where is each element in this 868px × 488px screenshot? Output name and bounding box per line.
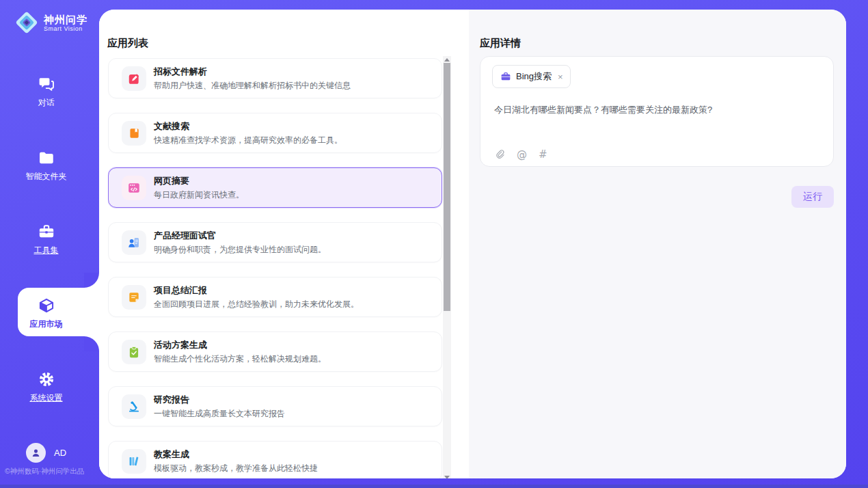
scroll-down-arrow[interactable] <box>444 476 450 478</box>
sidebar-item-chat[interactable]: 对话 <box>0 75 92 109</box>
briefcase-tool-icon <box>500 71 511 82</box>
app-list-pane: 应用列表 招标文件解析 帮助用户快速、准确地理解和解析招标书中的关键信息 文献搜… <box>99 10 469 478</box>
avatar <box>26 443 46 463</box>
user-account[interactable]: AD <box>26 443 66 463</box>
briefcase-icon <box>38 223 55 241</box>
app-name: 教案生成 <box>154 448 189 461</box>
copyright-text: ©神州数码·神州问学出品 <box>5 467 84 476</box>
app-description: 帮助用户快速、准确地理解和解析招标书中的关键信息 <box>154 80 351 92</box>
research-icon <box>122 394 146 419</box>
gear-icon <box>38 370 55 388</box>
books-icon <box>122 449 146 474</box>
user-initials: AD <box>54 448 66 458</box>
run-button[interactable]: 运行 <box>791 186 834 208</box>
sidebar-item-settings[interactable]: 系统设置 <box>0 370 92 404</box>
app-description: 每日政府新闻资讯快查。 <box>154 189 244 201</box>
app-list-item[interactable]: 产品经理面试官 明确身份和职责，为您提供专业性的面试问题。 <box>108 222 442 262</box>
diamond-logo-icon <box>15 11 38 34</box>
sidebar-item-label: 智能文件夹 <box>0 171 92 182</box>
app-list-item[interactable]: 研究报告 一键智能生成高质量长文本研究报告 <box>108 386 442 426</box>
hash-icon[interactable]: # <box>539 148 547 161</box>
sidebar: 神州问学 Smart Vision 对话 智能文件夹 工具 <box>0 0 99 488</box>
sidebar-item-app-market[interactable]: 应用市场 <box>0 297 92 330</box>
sidebar-item-label: 应用市场 <box>0 318 92 330</box>
app-description: 智能生成个性化活动方案，轻松解决规划难题。 <box>154 353 326 365</box>
app-list-scrollbar[interactable] <box>443 56 451 478</box>
cube-icon <box>38 297 55 314</box>
edit-icon <box>122 66 146 91</box>
app-name: 研究报告 <box>154 394 189 406</box>
app-description: 一键智能生成高质量长文本研究报告 <box>154 408 285 420</box>
app-description: 全面回顾项目进展，总结经验教训，助力未来优化发展。 <box>154 299 359 310</box>
clipboard-check-icon <box>122 340 146 364</box>
app-description: 快速精准查找学术资源，提高研究效率的必备工具。 <box>154 135 342 146</box>
app-name: 网页摘要 <box>154 175 189 187</box>
sidebar-item-toolset[interactable]: 工具集 <box>0 223 92 256</box>
window-bottom-edge <box>0 485 868 488</box>
app-description: 模板驱动，教案秒成，教学准备从此轻松快捷 <box>154 463 318 474</box>
interviewer-icon <box>122 230 146 255</box>
sidebar-item-label: 对话 <box>0 97 92 109</box>
sidebar-item-label: 系统设置 <box>0 392 92 404</box>
content-panel: 应用列表 招标文件解析 帮助用户快速、准确地理解和解析招标书中的关键信息 文献搜… <box>99 10 846 478</box>
attachment-icon[interactable] <box>494 149 505 160</box>
tool-tag-label: Bing搜索 <box>516 70 552 83</box>
attachment-toolbar: @ # <box>494 148 547 161</box>
app-list-item[interactable]: 项目总结汇报 全面回顾项目进展，总结经验教训，助力未来优化发展。 <box>108 277 442 317</box>
sidebar-item-smart-folders[interactable]: 智能文件夹 <box>0 149 92 182</box>
prompt-card: Bing搜索 × 今日湖北有哪些新闻要点？有哪些需要关注的最新政策? @ # <box>480 56 834 167</box>
sidebar-item-label: 工具集 <box>0 245 92 256</box>
brand-logo: 神州问学 Smart Vision <box>15 11 87 34</box>
app-description: 明确身份和职责，为您提供专业性的面试问题。 <box>154 244 326 256</box>
app-name: 产品经理面试官 <box>154 230 216 242</box>
app-list-title: 应用列表 <box>107 37 148 50</box>
folder-icon <box>38 149 55 167</box>
app-list-item[interactable]: 活动方案生成 智能生成个性化活动方案，轻松解决规划难题。 <box>108 331 442 372</box>
app-name: 招标文件解析 <box>154 66 207 78</box>
app-list-item[interactable]: 网页摘要 每日政府新闻资讯快查。 <box>108 167 442 208</box>
scroll-up-arrow[interactable] <box>444 58 450 62</box>
app-name: 项目总结汇报 <box>154 284 207 297</box>
app-list-item[interactable]: 文献搜索 快速精准查找学术资源，提高研究效率的必备工具。 <box>108 113 442 153</box>
tag-close-icon[interactable]: × <box>558 72 563 81</box>
app-list: 招标文件解析 帮助用户快速、准确地理解和解析招标书中的关键信息 文献搜索 快速精… <box>108 58 442 478</box>
app-name: 活动方案生成 <box>154 339 207 351</box>
app-list-item[interactable]: 教案生成 模板驱动，教案秒成，教学准备从此轻松快捷 <box>108 441 442 478</box>
brand-tagline: Smart Vision <box>44 25 87 32</box>
person-icon <box>30 447 42 459</box>
app-detail-pane: 应用详情 Bing搜索 × 今日湖北有哪些新闻要点？有哪些需要关注的最新政策? <box>469 10 846 478</box>
query-input[interactable]: 今日湖北有哪些新闻要点？有哪些需要关注的最新政策? <box>494 103 822 116</box>
tool-tag-bing-search[interactable]: Bing搜索 × <box>492 65 571 88</box>
note-icon <box>122 285 146 310</box>
app-name: 文献搜索 <box>154 120 189 133</box>
chat-icon <box>38 75 55 93</box>
browser-code-icon <box>122 176 146 200</box>
app-detail-title: 应用详情 <box>480 37 521 50</box>
mention-icon[interactable]: @ <box>517 148 527 161</box>
book-icon <box>122 121 146 146</box>
scrollbar-thumb[interactable] <box>444 63 450 311</box>
brand-name: 神州问学 <box>44 14 87 25</box>
app-list-item[interactable]: 招标文件解析 帮助用户快速、准确地理解和解析招标书中的关键信息 <box>108 58 442 98</box>
